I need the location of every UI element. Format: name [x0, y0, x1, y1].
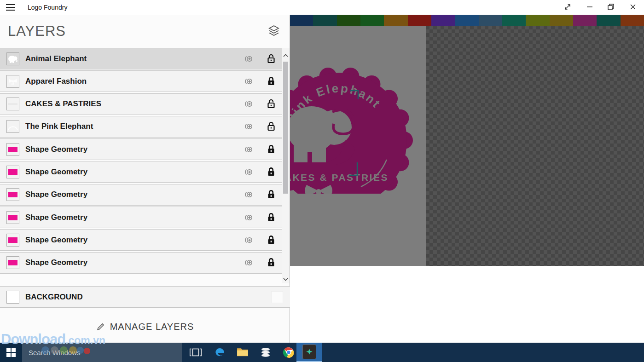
palette-color-12[interactable]: [550, 15, 573, 26]
lock-closed-icon[interactable]: [266, 167, 277, 178]
lock-closed-icon[interactable]: [266, 257, 277, 268]
expand-icon: [563, 3, 572, 11]
windows-logo-icon: [6, 348, 16, 357]
hamburger-menu-icon[interactable]: [6, 4, 15, 11]
layer-thumbnail: [6, 234, 19, 247]
layer-thumbnail: [6, 52, 19, 65]
layer-thumbnail: [6, 211, 19, 224]
task-view-icon: [189, 347, 203, 358]
layer-row-8[interactable]: Shape Geometry: [0, 207, 282, 228]
lock-closed-icon[interactable]: [266, 144, 277, 155]
restore-button[interactable]: [600, 0, 621, 14]
file-explorer-button[interactable]: [232, 343, 253, 362]
palette-color-4[interactable]: [360, 15, 384, 26]
palette-color-2[interactable]: [313, 15, 337, 26]
lock-closed-icon[interactable]: [266, 212, 277, 223]
palette-color-8[interactable]: [455, 15, 478, 26]
scroll-up-icon[interactable]: [283, 52, 289, 56]
layers-panel-title: LAYERS: [8, 23, 66, 40]
layer-label: Apparel Fashion: [25, 77, 87, 86]
recording-dot: [84, 348, 90, 354]
palette-color-5[interactable]: [384, 15, 407, 26]
layers-panel: LAYERS Animal Elephant Apparel Fashion C…: [0, 15, 290, 343]
locate-layer-icon[interactable]: [244, 212, 255, 223]
edge-icon: [214, 346, 226, 358]
transparency-checkerboard: [426, 26, 644, 266]
layer-label: Shape Geometry: [25, 236, 87, 245]
locate-layer-icon[interactable]: [244, 121, 255, 132]
layer-thumbnail: [6, 256, 19, 269]
task-view-button[interactable]: [185, 343, 206, 362]
lock-open-icon[interactable]: [266, 121, 277, 132]
layer-label: CAKES & PASTRIES: [25, 99, 101, 109]
palette-color-10[interactable]: [502, 15, 526, 26]
lock-closed-icon[interactable]: [266, 235, 277, 246]
background-lock-placeholder: [271, 291, 283, 303]
layer-thumbnail: [6, 188, 19, 201]
edge-browser-button[interactable]: [209, 343, 230, 362]
locate-layer-icon[interactable]: [244, 235, 255, 246]
locate-layer-icon[interactable]: [244, 76, 255, 87]
locate-layer-icon[interactable]: [244, 144, 255, 155]
logo-foundry-taskbar-button[interactable]: [296, 343, 322, 362]
background-thumbnail: [6, 291, 19, 304]
layer-label: BACKGROUND: [25, 293, 83, 302]
palette-color-14[interactable]: [597, 15, 620, 26]
locate-layer-icon[interactable]: [244, 98, 255, 109]
close-button[interactable]: [622, 0, 644, 14]
manage-layers-label: MANAGE LAYERS: [110, 322, 194, 332]
minimize-button[interactable]: [579, 0, 600, 14]
palette-color-11[interactable]: [526, 15, 549, 26]
pencil-icon: [96, 322, 105, 331]
canvas-area: Pink Elephant CAKES & PASTRIES: [290, 15, 644, 343]
layer-row-7[interactable]: Shape Geometry: [0, 184, 282, 206]
folder-icon: [237, 347, 249, 358]
palette-color-1[interactable]: [290, 15, 313, 26]
chrome-icon: [283, 346, 295, 358]
layer-row-4[interactable]: The Pink Elephant: [0, 116, 282, 138]
layer-label: Shape Geometry: [25, 190, 87, 199]
layers-stack-icon[interactable]: [267, 24, 281, 39]
scrollbar-thumb[interactable]: [283, 62, 288, 194]
layer-thumbnail: [6, 98, 19, 110]
lock-closed-icon[interactable]: [266, 189, 277, 200]
locate-layer-icon[interactable]: [244, 257, 255, 268]
palette-color-6[interactable]: [408, 15, 431, 26]
layer-thumbnail: [6, 120, 19, 133]
screen: Logo Foundry LAYERS Animal Elephant: [0, 0, 644, 362]
layer-row-9[interactable]: Shape Geometry: [0, 229, 282, 251]
palette-color-15[interactable]: [621, 15, 644, 26]
locate-layer-icon[interactable]: [244, 189, 255, 200]
layer-row-5[interactable]: Shape Geometry: [0, 138, 282, 160]
layer-label: Shape Geometry: [25, 167, 87, 177]
palette-color-9[interactable]: [479, 15, 502, 26]
layer-row-2[interactable]: Apparel Fashion: [0, 70, 282, 92]
layer-row-1[interactable]: Animal Elephant: [0, 48, 282, 69]
restore-icon: [607, 3, 615, 11]
layer-label: The Pink Elephant: [25, 122, 93, 131]
fullscreen-button[interactable]: [557, 0, 578, 14]
layer-row-6[interactable]: Shape Geometry: [0, 161, 282, 183]
layer-thumbnail: [6, 75, 19, 88]
titlebar: Logo Foundry: [0, 0, 644, 15]
locate-layer-icon[interactable]: [244, 167, 255, 178]
app-title: Logo Foundry: [28, 4, 67, 11]
logo-foundry-app-icon: [302, 345, 316, 359]
layer-row-background[interactable]: BACKGROUND: [0, 286, 290, 308]
layer-list-scrollbar: [282, 48, 290, 283]
scroll-down-icon[interactable]: [283, 275, 289, 280]
palette-color-7[interactable]: [431, 15, 455, 26]
layer-label: Animal Elephant: [25, 54, 87, 63]
layer-row-3[interactable]: CAKES & PASTRIES: [0, 93, 282, 115]
logo-band-text: CAKES & PASTRIES: [290, 172, 389, 183]
locate-layer-icon[interactable]: [244, 53, 255, 64]
lock-open-icon[interactable]: [266, 53, 277, 64]
stacked-layers-button[interactable]: [255, 343, 276, 362]
layer-thumbnail: [6, 143, 19, 156]
palette-color-13[interactable]: [573, 15, 597, 26]
pink-elephant-logo[interactable]: Pink Elephant CAKES & PASTRIES: [290, 39, 419, 194]
lock-open-icon[interactable]: [266, 98, 277, 109]
lock-closed-icon[interactable]: [266, 76, 277, 87]
layer-row-10[interactable]: Shape Geometry: [0, 252, 282, 274]
palette-color-3[interactable]: [337, 15, 360, 26]
